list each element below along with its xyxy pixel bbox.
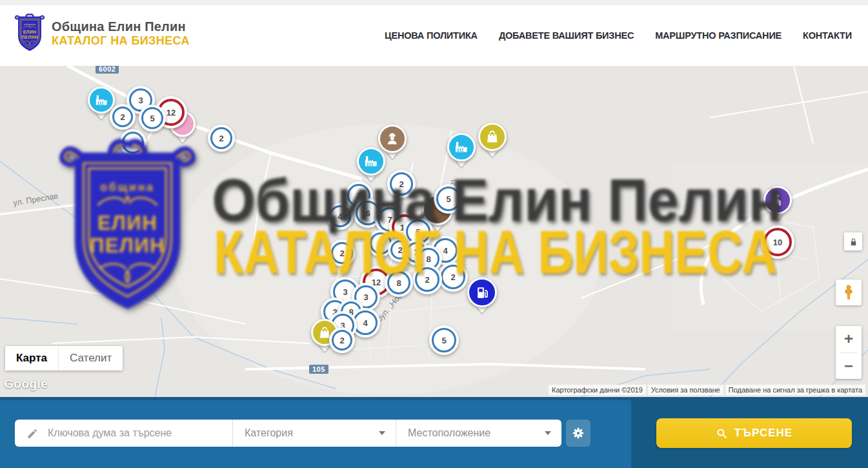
map-attribution: Картографски данни ©2019 Условия за полз… bbox=[549, 385, 865, 395]
markers-layer: 312252235647135104247282212833384325 bbox=[0, 66, 868, 397]
pegman-button[interactable] bbox=[836, 280, 862, 305]
cluster-marker[interactable]: 5 bbox=[429, 325, 459, 355]
municipality-crest-icon: общинаЕЛИНПЕЛИН bbox=[14, 13, 45, 54]
brand-title: Община Елин Пелин bbox=[52, 19, 190, 34]
map-type-map-button[interactable]: Карта bbox=[5, 346, 58, 371]
fuel-icon-marker[interactable] bbox=[467, 278, 497, 307]
cluster-marker[interactable]: 2 bbox=[329, 327, 355, 353]
category-select[interactable]: Категория bbox=[232, 420, 396, 447]
attribution-terms-link[interactable]: Условия за ползване bbox=[648, 385, 723, 395]
factory-icon-marker[interactable] bbox=[447, 133, 476, 161]
search-fields: Категория Местоположение bbox=[15, 420, 561, 447]
nav-item-pricing[interactable]: ЦЕНОВА ПОЛИТИКА bbox=[385, 30, 478, 41]
cluster-marker[interactable]: 2 bbox=[328, 239, 356, 267]
cluster-marker[interactable]: 2 bbox=[412, 265, 442, 294]
category-select-value: Категория bbox=[245, 427, 293, 439]
search-button-label: ТЪРСЕНЕ bbox=[734, 427, 792, 440]
cluster-marker[interactable] bbox=[119, 129, 146, 156]
cluster-marker[interactable]: 2 bbox=[110, 104, 136, 130]
church-icon-marker[interactable] bbox=[763, 186, 792, 214]
cluster-marker[interactable]: 5 bbox=[139, 105, 166, 132]
cluster-marker[interactable]: 2 bbox=[387, 170, 416, 198]
cluster-marker[interactable]: 5 bbox=[434, 184, 463, 214]
cluster-marker[interactable]: 2 bbox=[208, 125, 235, 152]
zoom-out-button[interactable]: − bbox=[836, 353, 862, 380]
pencil-icon bbox=[26, 427, 39, 440]
header: общинаЕЛИНПЕЛИН Община Елин Пелин КАТАЛО… bbox=[0, 5, 868, 66]
lock-button[interactable] bbox=[844, 232, 862, 250]
map-type-control: Карта Сателит bbox=[5, 346, 123, 371]
page-top-strip bbox=[0, 0, 868, 5]
location-select-value: Местоположение bbox=[408, 427, 490, 439]
cluster-marker[interactable]: 8 bbox=[385, 269, 413, 297]
keyword-field[interactable] bbox=[15, 420, 232, 447]
shopping-bag-icon-marker[interactable] bbox=[478, 123, 507, 151]
main-nav: ЦЕНОВА ПОЛИТИКА ДОБАВЕТЕ ВАШИЯТ БИЗНЕС М… bbox=[385, 5, 852, 66]
cluster-marker[interactable]: 2 bbox=[438, 262, 468, 292]
keyword-search-input[interactable] bbox=[46, 427, 232, 440]
svg-text:община: община bbox=[24, 23, 36, 26]
nav-item-contacts[interactable]: КОНТАКТИ bbox=[803, 30, 852, 41]
gear-icon bbox=[571, 426, 585, 440]
map[interactable]: 6002 105 ул. Преслав бул. „Новосел ци 31… bbox=[0, 66, 868, 397]
brand-subtitle: КАТАЛОГ НА БИЗНЕСА bbox=[52, 34, 190, 48]
search-button[interactable]: ТЪРСЕНЕ bbox=[656, 418, 852, 448]
factory-icon-marker[interactable] bbox=[357, 147, 385, 176]
chevron-down-icon bbox=[545, 431, 551, 435]
cluster-marker[interactable]: 10 bbox=[761, 225, 794, 259]
zoom-in-button[interactable]: + bbox=[836, 326, 862, 352]
attribution-report-link[interactable]: Подаване на сигнал за грешка в картата bbox=[725, 385, 865, 395]
chevron-down-icon bbox=[379, 431, 385, 435]
svg-text:ЕЛИН: ЕЛИН bbox=[23, 30, 37, 34]
nav-item-add-business[interactable]: ДОБАВЕТЕ ВАШИЯТ БИЗНЕС bbox=[499, 30, 634, 41]
lock-icon bbox=[849, 237, 858, 247]
search-bar: Категория Местоположение ТЪРСЕНЕ bbox=[0, 397, 868, 468]
svg-text:ПЕЛИН: ПЕЛИН bbox=[21, 35, 38, 39]
location-select[interactable]: Местоположение bbox=[396, 420, 561, 447]
search-icon bbox=[716, 427, 728, 440]
google-logo[interactable]: Google bbox=[4, 377, 48, 391]
brand[interactable]: общинаЕЛИНПЕЛИН Община Елин Пелин КАТАЛО… bbox=[14, 13, 190, 54]
factory-icon-marker[interactable] bbox=[88, 86, 115, 114]
map-type-satellite-button[interactable]: Сателит bbox=[58, 346, 123, 371]
attribution-copyright: Картографски данни ©2019 bbox=[549, 385, 646, 395]
zoom-control: + − bbox=[836, 326, 862, 379]
nav-item-route-schedule[interactable]: МАРШРУТНО РАЗПИСАНИЕ bbox=[655, 30, 782, 41]
advanced-settings-button[interactable] bbox=[566, 420, 590, 447]
pegman-icon bbox=[840, 283, 857, 302]
cluster-marker[interactable]: 4 bbox=[327, 203, 354, 230]
